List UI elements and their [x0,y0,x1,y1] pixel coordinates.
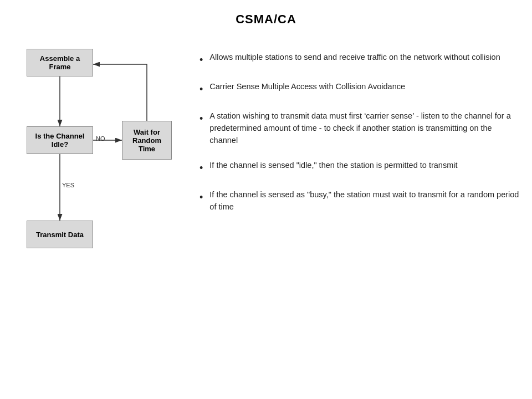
bullet-text-5: If the channel is sensed as "busy," the … [209,189,521,213]
label-no: NO [96,135,105,142]
bullet-item-1: • Allows multiple stations to send and r… [200,52,521,68]
bullet-dot-4: • [200,161,203,176]
bullet-dot-3: • [200,111,203,126]
bullet-item-5: • If the channel is sensed as "busy," th… [200,189,521,213]
bullet-item-2: • Carrier Sense Multiple Access with Col… [200,81,521,97]
bullet-list: • Allows multiple stations to send and r… [200,49,521,337]
bullet-text-4: If the channel is sensed "idle," then th… [209,160,457,172]
bullet-dot-5: • [200,190,203,205]
box-transmit: Transmit Data [27,221,93,248]
flowchart: Assemble a Frame Is the Channel Idle? Wa… [11,49,188,337]
box-channel: Is the Channel Idle? [27,126,93,154]
bullet-dot-1: • [200,53,203,68]
bullet-text-1: Allows multiple stations to send and rec… [209,52,500,64]
bullet-text-3: A station wishing to transmit data must … [209,110,521,146]
bullet-item-3: • A station wishing to transmit data mus… [200,110,521,146]
bullet-text-2: Carrier Sense Multiple Access with Colli… [209,81,405,93]
bullet-dot-2: • [200,82,203,97]
page-title: CSMA/CA [0,0,532,32]
bullet-item-4: • If the channel is sensed "idle," then … [200,160,521,176]
box-wait: Wait for Random Time [122,121,172,160]
flowchart-arrows [11,49,188,287]
box-assemble: Assemble a Frame [27,49,93,76]
label-yes: YES [62,182,74,188]
